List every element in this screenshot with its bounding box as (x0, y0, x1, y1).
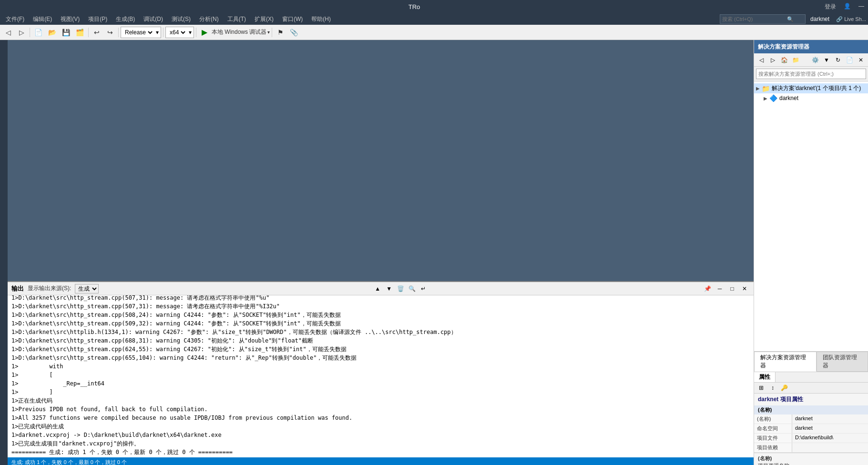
menu-edit[interactable]: 编辑(E) (29, 14, 56, 24)
prop-namespace-value[interactable]: darknet (792, 424, 868, 433)
prop-row-deps: 项目依赖 (754, 443, 868, 453)
minimize-btn[interactable]: — (858, 3, 864, 11)
search-input[interactable] (720, 16, 787, 22)
output-down-button[interactable]: ▼ (384, 283, 394, 294)
output-up-button[interactable]: ▲ (372, 283, 383, 294)
prop-sort-alpha-button[interactable]: ↕ (767, 383, 778, 393)
project-label: darknet (779, 95, 798, 101)
output-line: 1> ] (11, 388, 750, 396)
output-line: 1>D:\darknet\src\http_stream.cpp(508,24)… (11, 311, 750, 319)
panel-tabs: 解决方案资源管理器 团队资源管理器 (754, 351, 868, 372)
prop-name-value[interactable]: darknet (792, 414, 868, 424)
output-content[interactable]: 1> }1>1>D:\darknet\src\http_stream.cpp(3… (8, 295, 754, 457)
project-item[interactable]: ▶ 🔷 darknet (754, 93, 868, 103)
se-close-button[interactable]: ✕ (856, 55, 866, 65)
output-line: 1> _Rep=__int64 (11, 379, 750, 388)
menu-file[interactable]: 文件(F) (2, 14, 28, 24)
platform-dropdown[interactable]: x64 x86 ▾ (165, 27, 194, 38)
menu-analyze[interactable]: 分析(N) (195, 14, 223, 24)
tab-solution-explorer[interactable]: 解决方案资源管理器 (754, 352, 817, 372)
breakpoint-button[interactable]: ⚑ (274, 26, 286, 39)
prop-row-name: (名称) darknet (754, 414, 868, 424)
app-title: TRo (408, 3, 420, 10)
save-button[interactable]: 💾 (60, 26, 72, 39)
prop-file-label: 项目文件 (754, 434, 792, 443)
solution-tree: ▶ 📁 解决方案'darknet'(1 个项目/共 1 个) ▶ 🔷 darkn… (754, 81, 868, 351)
output-line: ========== 生成: 成功 1 个，失败 0 个，最新 0 个，跳过 0… (11, 448, 750, 456)
forward-button[interactable]: ▷ (15, 26, 28, 39)
attach-button[interactable]: 📎 (287, 26, 300, 39)
output-line: 1>已完成生成项目"darknet.vcxproj"的操作。 (11, 439, 750, 448)
menu-project[interactable]: 项目(P) (84, 14, 111, 24)
separator-6 (272, 28, 272, 37)
solution-explorer-header: 解决方案资源管理器 (754, 40, 868, 53)
platform-chevron: ▾ (189, 29, 192, 36)
live-share-label[interactable]: 🔗 Live Sh... (836, 16, 866, 22)
output-source-label: 显示输出来源(S): (28, 284, 71, 293)
output-clear-button[interactable]: 🗑️ (395, 283, 406, 294)
output-minimize-button[interactable]: ─ (715, 283, 725, 294)
new-file-button[interactable]: 📄 (32, 26, 45, 39)
output-line: 1>D:\darknet\src\http_stream.cpp(507,31)… (11, 302, 750, 311)
output-line: 1> [ (11, 371, 750, 379)
properties-header: 属性 (754, 372, 868, 383)
redo-button[interactable]: ↪ (104, 26, 116, 39)
config-select[interactable]: Release Debug (123, 29, 154, 36)
se-settings-button[interactable]: ⚙️ (810, 55, 820, 65)
output-maximize-button[interactable]: □ (727, 283, 737, 294)
properties-grid: (名称) (名称) darknet 命名空间 darknet 项目文件 D:\d… (754, 405, 868, 453)
properties-toolbar: ⊞ ↕ 🔑 (754, 383, 868, 394)
login-label[interactable]: 登录 (825, 3, 836, 11)
prop-pages-button[interactable]: 🔑 (779, 383, 789, 393)
output-pin-button[interactable]: 📌 (702, 283, 713, 294)
se-new-file-button[interactable]: 📄 (844, 55, 855, 65)
output-wrap-button[interactable]: ↵ (418, 283, 429, 294)
menu-debug[interactable]: 调试(D) (140, 14, 167, 24)
se-search-input[interactable] (756, 69, 866, 79)
menu-tools[interactable]: 工具(T) (224, 14, 250, 24)
config-dropdown[interactable]: Release Debug ▾ (121, 27, 161, 38)
open-button[interactable]: 📂 (46, 26, 59, 39)
se-forward-button[interactable]: ▷ (767, 55, 778, 65)
menu-test[interactable]: 测试(S) (168, 14, 194, 24)
prop-sort-cat-button[interactable]: ⊞ (756, 383, 766, 393)
output-header-left: 输出 显示输出来源(S): 生成 调试 (11, 284, 99, 293)
output-line: 1>D:\darknet\src\http_stream.cpp(655,104… (11, 354, 750, 362)
output-line: 1>D:\darknet\src\http_stream.cpp(509,32)… (11, 319, 750, 328)
menu-help[interactable]: 帮助(H) (307, 14, 335, 24)
save-all-button[interactable]: 🗂️ (73, 26, 86, 39)
menu-build[interactable]: 生成(B) (112, 14, 139, 24)
se-filter-button[interactable]: ▼ (821, 55, 832, 65)
se-back-button[interactable]: ◁ (756, 55, 766, 65)
output-find-button[interactable]: 🔍 (407, 283, 417, 294)
undo-button[interactable]: ↩ (91, 26, 103, 39)
prop-file-value[interactable]: D:\darknet\build\ (792, 434, 868, 443)
solution-explorer-toolbar: ◁ ▷ 🏠 📁 ⚙️ ▼ ↻ 📄 ✕ (754, 53, 868, 67)
output-source-select[interactable]: 生成 调试 (75, 284, 99, 293)
search-icon: 🔍 (787, 16, 794, 22)
se-home-button[interactable]: 🏠 (779, 55, 789, 65)
project-icon: 🔷 (769, 94, 777, 102)
output-line: 1>D:\darknet\src\http_stream.cpp(688,31)… (11, 336, 750, 345)
prop-deps-label: 项目依赖 (754, 443, 792, 452)
title-bar-right: 登录 👤 — (825, 3, 864, 11)
se-refresh-button[interactable]: ↻ (833, 55, 843, 65)
prop-row-namespace: 命名空间 darknet (754, 424, 868, 434)
run-button[interactable]: ▶ (198, 26, 211, 39)
solution-explorer-title: 解决方案资源管理器 (758, 43, 809, 51)
solution-root-item[interactable]: ▶ 📁 解决方案'darknet'(1 个项目/共 1 个) (754, 83, 868, 93)
menu-extensions[interactable]: 扩展(X) (251, 14, 277, 24)
tab-team-explorer[interactable]: 团队资源管理器 (817, 352, 868, 371)
output-close-button[interactable]: ✕ (739, 283, 750, 294)
prop-tab-active[interactable]: 属性 (754, 372, 776, 382)
run-dropdown-arrow[interactable]: ▾ (267, 30, 270, 35)
separator-3 (118, 28, 119, 37)
output-line: 1>All 3257 functions were compiled becau… (11, 414, 750, 422)
prop-deps-value[interactable] (792, 443, 868, 452)
menu-view[interactable]: 视图(V) (57, 14, 83, 24)
config-chevron: ▾ (156, 29, 159, 36)
menu-window[interactable]: 窗口(W) (278, 14, 306, 24)
platform-select[interactable]: x64 x86 (168, 29, 187, 36)
se-folder-button[interactable]: 📁 (790, 55, 801, 65)
back-button[interactable]: ◁ (2, 26, 14, 39)
